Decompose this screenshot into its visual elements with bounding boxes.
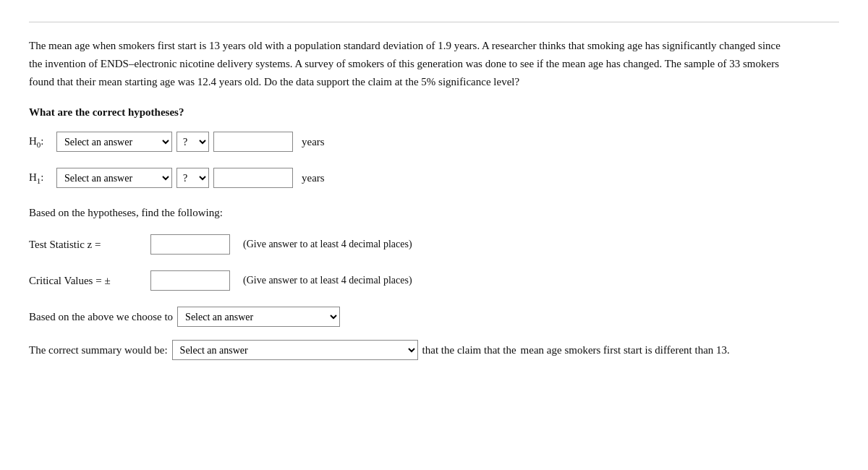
h0-value-input[interactable] — [213, 132, 293, 152]
test-statistic-hint: (Give answer to at least 4 decimal place… — [243, 239, 412, 250]
summary-suffix: that the claim that the — [422, 341, 516, 360]
critical-values-hint: (Give answer to at least 4 decimal place… — [243, 275, 412, 286]
h0-answer-select[interactable]: Select an answer μ = 13 μ ≠ 13 μ < 13 μ … — [56, 132, 172, 152]
h0-operator-select[interactable]: ? = ≠ < > — [176, 132, 209, 152]
h1-row: H1: Select an answer μ = 13 μ ≠ 13 μ < 1… — [29, 168, 839, 188]
test-statistic-row: Test Statistic z = (Give answer to at le… — [29, 234, 839, 255]
problem-paragraph: The mean age when smokers first start is… — [29, 37, 788, 90]
based-on-label: Based on the hypotheses, find the follow… — [29, 204, 839, 221]
critical-values-row: Critical Values = ± (Give answer to at l… — [29, 270, 839, 291]
choose-prefix: Based on the above we choose to — [29, 311, 173, 323]
h1-subscript: 1 — [37, 176, 41, 185]
h0-subscript: 0 — [37, 140, 41, 149]
test-statistic-label: Test Statistic z = — [29, 239, 145, 251]
choose-select[interactable]: Select an answer Reject the Null Hypothe… — [177, 307, 340, 327]
summary-continuation: mean age smokers first start is differen… — [521, 341, 730, 360]
h0-label: H0: — [29, 135, 52, 149]
critical-values-label: Critical Values = ± — [29, 275, 145, 287]
summary-row: The correct summary would be: Select an … — [29, 340, 839, 360]
h1-unit: years — [302, 172, 325, 184]
summary-select[interactable]: Select an answer There is enough evidenc… — [172, 340, 418, 360]
summary-prefix: The correct summary would be: — [29, 341, 168, 360]
critical-values-input[interactable] — [150, 270, 230, 291]
h1-operator-select[interactable]: ? = ≠ < > — [176, 168, 209, 188]
test-statistic-input[interactable] — [150, 234, 230, 255]
h0-row: H0: Select an answer μ = 13 μ ≠ 13 μ < 1… — [29, 132, 839, 152]
h0-unit: years — [302, 136, 325, 148]
choose-row: Based on the above we choose to Select a… — [29, 307, 839, 327]
h1-label: H1: — [29, 171, 52, 185]
h1-answer-select[interactable]: Select an answer μ = 13 μ ≠ 13 μ < 13 μ … — [56, 168, 172, 188]
hypotheses-question: What are the correct hypotheses? — [29, 106, 839, 119]
h1-value-input[interactable] — [213, 168, 293, 188]
